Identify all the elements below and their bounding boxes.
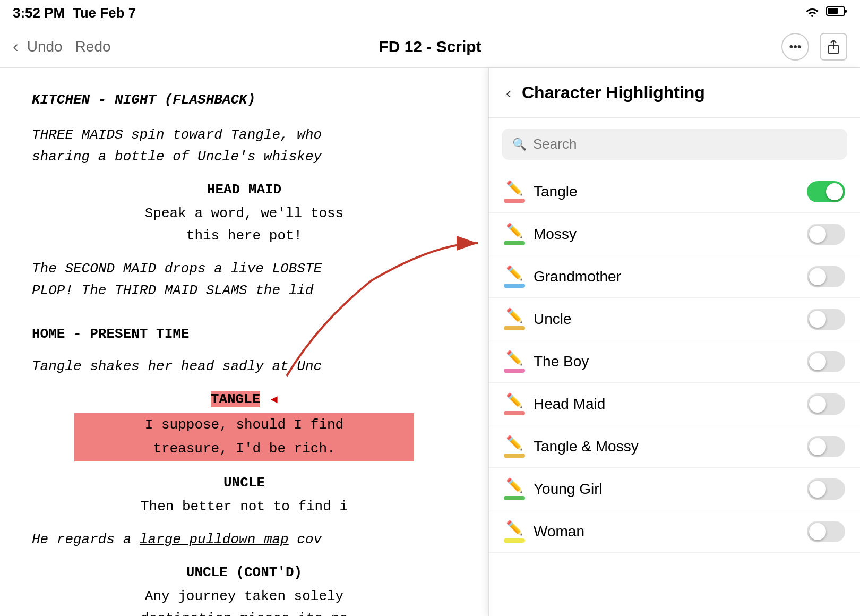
character-item: ✏️ The Boy [489, 340, 860, 383]
action-line-4: He regards a large pulldown map cov [32, 529, 457, 551]
undo-button[interactable]: Undo [27, 38, 63, 55]
main-content: KITCHEN - NIGHT (FLASHBACK) THREE MAIDS … [0, 68, 860, 616]
action-line-2: The SECOND MAID drops a live LOBSTE PLOP… [32, 258, 457, 302]
panel-header: ‹ Character Highlighting [489, 68, 860, 118]
char-toggle[interactable] [807, 181, 845, 202]
svg-rect-2 [828, 8, 838, 14]
char-name-label: The Boy [534, 353, 798, 370]
character-item: ✏️ Grandmother [489, 255, 860, 298]
nav-left: ‹ Undo Redo [13, 37, 111, 56]
undo-redo-group: Undo Redo [27, 38, 111, 55]
char-icon-wrap: ✏️ [504, 392, 525, 415]
dialogue-uncle: Then better not to find i [32, 496, 457, 518]
pencil-icon: ✏️ [506, 350, 523, 366]
char-icon-wrap: ✏️ [504, 435, 525, 458]
char-toggle[interactable] [807, 478, 845, 500]
search-input[interactable] [533, 136, 837, 152]
char-name-label: Woman [534, 523, 798, 540]
character-list: ✏️ Tangle ✏️ Mossy ✏️ Grandmother ✏️ Unc… [489, 170, 860, 616]
toggle-knob [809, 481, 826, 498]
character-highlighting-panel: ‹ Character Highlighting 🔍 ✏️ Tangle ✏️ … [488, 68, 860, 616]
char-toggle[interactable] [807, 351, 845, 372]
toggle-knob [809, 268, 826, 285]
char-name-head-maid: HEAD MAID [32, 179, 457, 201]
char-color-bar [504, 199, 525, 203]
toggle-knob [809, 396, 826, 413]
char-icon-wrap: ✏️ [504, 307, 525, 330]
char-toggle[interactable] [807, 436, 845, 457]
char-icon-wrap: ✏️ [504, 477, 525, 500]
more-button[interactable]: ••• [781, 33, 809, 61]
char-toggle[interactable] [807, 309, 845, 330]
status-bar: 3:52 PM Tue Feb 7 [0, 0, 860, 25]
search-icon: 🔍 [512, 138, 527, 151]
character-item: ✏️ Head Maid [489, 383, 860, 425]
char-toggle[interactable] [807, 521, 845, 542]
char-color-bar [504, 284, 525, 288]
pencil-icon: ✏️ [506, 520, 523, 536]
dialogue-uncle-contd: Any journey taken solely destination mis… [32, 586, 457, 616]
char-color-bar [504, 241, 525, 245]
pencil-icon: ✏️ [506, 477, 523, 494]
toggle-knob [809, 523, 826, 540]
char-name-label: Uncle [534, 311, 798, 328]
dialogue-head-maid: Speak a word, we'll toss this here pot! [32, 203, 457, 247]
character-item: ✏️ Young Girl [489, 468, 860, 510]
status-icons [805, 5, 847, 20]
char-color-bar [504, 454, 525, 458]
char-name-tangle: TANGLE ◄ [32, 389, 457, 411]
action-line-1: THREE MAIDS spin toward Tangle, who shar… [32, 124, 457, 168]
char-color-bar [504, 496, 525, 500]
redo-button[interactable]: Redo [75, 38, 111, 55]
char-toggle[interactable] [807, 266, 845, 287]
char-icon-wrap: ✏️ [504, 223, 525, 245]
script-panel: KITCHEN - NIGHT (FLASHBACK) THREE MAIDS … [0, 68, 488, 616]
panel-back-button[interactable]: ‹ [506, 84, 511, 102]
char-name-label: Mossy [534, 226, 798, 243]
char-color-bar [504, 326, 525, 330]
char-name-uncle-contd: UNCLE (CONT'D) [32, 562, 457, 584]
pencil-icon: ✏️ [506, 435, 523, 451]
scene-heading-2: HOME - PRESENT TIME [32, 323, 457, 346]
toggle-knob [809, 226, 826, 243]
share-button[interactable] [820, 33, 847, 61]
char-toggle[interactable] [807, 393, 845, 415]
nav-title: FD 12 - Script [379, 38, 481, 56]
wifi-icon [805, 5, 820, 20]
char-color-bar [504, 538, 525, 543]
char-color-bar [504, 369, 525, 373]
pencil-icon: ✏️ [506, 307, 523, 324]
char-icon-wrap: ✏️ [504, 350, 525, 373]
character-item: ✏️ Uncle [489, 298, 860, 340]
char-color-bar [504, 411, 525, 415]
char-icon-wrap: ✏️ [504, 520, 525, 543]
panel-title: Character Highlighting [522, 83, 705, 102]
dialogue-tangle: I suppose, should I find treasure, I'd b… [32, 413, 457, 461]
char-name-label: Young Girl [534, 481, 798, 498]
toggle-knob [809, 311, 826, 328]
battery-icon [826, 5, 847, 20]
toggle-knob [826, 183, 843, 200]
character-item: ✏️ Woman [489, 510, 860, 553]
char-toggle[interactable] [807, 224, 845, 245]
char-name-uncle: UNCLE [32, 472, 457, 494]
char-name-label: Tangle [534, 183, 798, 200]
char-icon-wrap: ✏️ [504, 180, 525, 203]
character-item: ✏️ Tangle & Mossy [489, 425, 860, 468]
share-icon [826, 39, 841, 54]
pencil-icon: ✏️ [506, 180, 523, 196]
char-name-label: Grandmother [534, 268, 798, 285]
svg-rect-1 [845, 10, 847, 13]
toggle-knob [809, 353, 826, 370]
nav-bar: ‹ Undo Redo FD 12 - Script ••• [0, 25, 860, 68]
nav-right: ••• [781, 33, 847, 61]
toggle-knob [809, 438, 826, 455]
character-item: ✏️ Mossy [489, 213, 860, 255]
character-item: ✏️ Tangle [489, 170, 860, 213]
char-name-label: Tangle & Mossy [534, 438, 798, 455]
back-button[interactable]: ‹ [13, 37, 19, 56]
char-name-label: Head Maid [534, 396, 798, 413]
pencil-icon: ✏️ [506, 265, 523, 281]
status-time: 3:52 PM Tue Feb 7 [13, 5, 136, 21]
char-icon-wrap: ✏️ [504, 265, 525, 288]
